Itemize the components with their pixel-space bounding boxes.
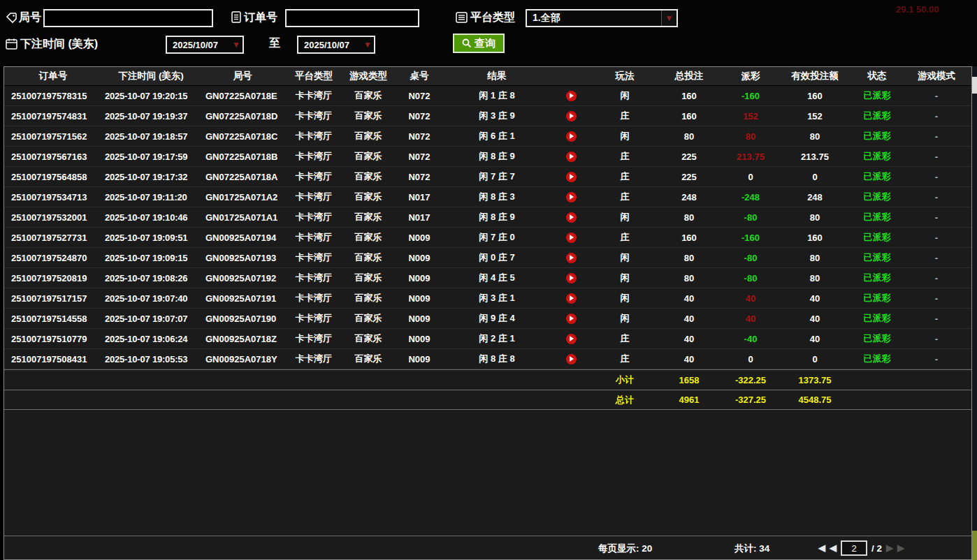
round-number-cell: GN07225A0718D [200,111,285,121]
replay-play-icon[interactable] [566,354,577,364]
table-row: 251007197510779 2025-10-07 19:06:24 GN00… [4,329,971,349]
round-number-input[interactable] [43,9,213,27]
subtotal-payout: -322.25 [721,375,780,385]
total-bet-cell: 160 [657,91,721,101]
game-mode-cell: - [904,354,969,364]
round-number-cell: GN07225A0718E [200,91,285,101]
tag-icon [6,12,17,24]
total-bet-cell: 80 [657,131,721,142]
status-cell: 已派彩 [850,170,904,183]
game-mode-cell: - [904,233,969,243]
order-number-input[interactable] [285,9,419,27]
replay-play-icon[interactable] [566,152,577,162]
header-total-bet[interactable]: 总投注 [657,70,721,82]
header-round[interactable]: 局号 [200,70,285,82]
header-table-no[interactable]: 桌号 [394,70,444,82]
replay-play-icon[interactable] [566,273,577,283]
last-page-button[interactable]: ▶ [897,539,904,557]
replay-play-icon[interactable] [566,314,577,324]
platform-type-select[interactable]: 1.全部 ▼ [526,9,678,27]
replay-play-icon[interactable] [566,334,577,344]
play-type-cell: 闲 [593,312,657,325]
table-no-cell: N072 [394,172,444,182]
replay-play-icon[interactable] [566,212,577,223]
replay-play-icon[interactable] [566,293,577,304]
table-no-cell: N009 [394,334,444,344]
table-body: 251007197578315 2025-10-07 19:20:15 GN07… [4,86,971,369]
order-number-cell: 251007197514558 [4,314,102,324]
status-cell: 已派彩 [850,292,904,304]
replay-play-icon[interactable] [566,111,577,121]
play-type-cell: 闲 [593,272,657,284]
prev-page-button[interactable]: ◀ [830,539,837,557]
play-type-cell: 闲 [593,89,657,102]
valid-bet-cell: 40 [780,314,850,324]
round-number-cell: GN07225A0718B [200,152,285,162]
order-number-cell: 251007197534713 [4,192,102,202]
query-button[interactable]: 查询 [453,34,505,53]
header-game-type[interactable]: 游戏类型 [342,70,394,82]
round-number-cell: GN00925A07191 [200,293,285,304]
round-number-cell: GN00925A07192 [200,273,285,283]
page-total-label: / 2 [871,543,882,554]
next-page-button[interactable]: ▶ [886,539,893,557]
total-bet-cell: 40 [657,293,721,304]
header-order[interactable]: 订单号 [4,70,102,82]
valid-bet-cell: 80 [780,273,850,283]
valid-bet-cell: 160 [780,91,850,101]
game-type-cell: 百家乐 [342,292,394,304]
play-type-cell: 闲 [593,251,657,264]
game-mode-cell: - [904,172,969,182]
first-page-button[interactable]: ◀ [818,539,825,557]
header-payout[interactable]: 派彩 [721,70,780,82]
subtotal-total-bet: 1658 [657,375,721,385]
remnant-fragment [972,77,977,94]
header-platform[interactable]: 平台类型 [285,70,342,82]
payout-cell: -40 [721,334,780,344]
bet-time-cell: 2025-10-07 19:11:20 [102,192,200,202]
order-number-cell: 251007197517157 [4,293,102,304]
payout-cell: 40 [721,314,780,324]
date-to-select[interactable]: 2025/10/07 ▼ [297,36,375,54]
game-mode-cell: - [904,152,969,162]
bet-time-cell: 2025-10-07 19:05:53 [102,354,200,364]
table-no-cell: N009 [394,253,444,263]
replay-play-icon[interactable] [566,192,577,202]
platform-type-value: 1.全部 [533,12,560,24]
round-number-cell: GN07225A0718C [200,131,285,142]
replay-play-icon[interactable] [566,233,577,243]
replay-play-icon[interactable] [566,253,577,263]
total-bet-cell: 248 [657,192,721,202]
payout-cell: 213.75 [721,152,780,162]
header-play-type[interactable]: 玩法 [593,70,657,82]
replay-play-icon[interactable] [566,172,577,182]
table-no-cell: N072 [394,152,444,162]
subtotal-valid-bet: 1373.75 [780,375,850,385]
round-number-cell: GN07225A0718A [200,172,285,182]
date-from-select[interactable]: 2025/10/07 ▼ [166,36,244,54]
result-cell: 闲 7 庄 7 [444,170,549,183]
order-number-cell: 251007197527731 [4,233,102,243]
header-game-mode[interactable]: 游戏模式 [904,70,969,82]
table-no-cell: N009 [394,293,444,304]
game-mode-cell: - [904,91,969,101]
page-number-input[interactable] [841,540,867,556]
header-result[interactable]: 结果 [444,70,549,82]
replay-play-icon[interactable] [566,91,577,101]
header-valid-bet[interactable]: 有效投注额 [780,70,850,82]
play-type-cell: 庄 [593,353,657,365]
status-cell: 已派彩 [850,272,904,284]
payout-cell: 152 [721,111,780,121]
replay-play-icon[interactable] [566,131,577,142]
game-mode-cell: - [904,273,969,283]
play-type-cell: 闲 [593,211,657,223]
round-number-cell: GN01725A071A1 [200,212,285,223]
table-row: 251007197571562 2025-10-07 19:18:57 GN07… [4,126,971,147]
bet-time-cell: 2025-10-07 19:07:40 [102,293,200,304]
bet-time-cell: 2025-10-07 19:20:15 [102,91,200,101]
order-number-cell: 251007197564858 [4,172,102,182]
platform-cell: 卡卡湾厅 [285,211,342,223]
header-bet-time[interactable]: 下注时间 (美东) [102,70,200,82]
header-status[interactable]: 状态 [850,70,904,82]
result-cell: 闲 2 庄 1 [444,332,549,345]
